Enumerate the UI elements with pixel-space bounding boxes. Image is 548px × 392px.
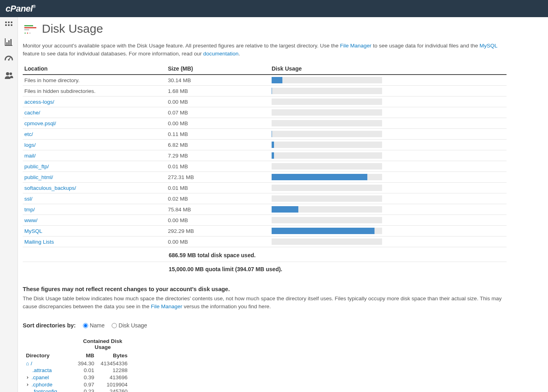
cell-bar xyxy=(270,140,507,150)
bar-fill xyxy=(272,206,298,213)
file-manager-link[interactable]: File Manager xyxy=(340,43,371,49)
mysql-link[interactable]: MySQL xyxy=(479,43,497,49)
location-link[interactable]: logs/ xyxy=(24,142,36,148)
topbar: cPanel® xyxy=(0,0,548,17)
bar-track xyxy=(272,163,382,169)
cell-location: www/ xyxy=(23,215,166,226)
cell-size: 0.01 MB xyxy=(166,183,270,193)
location-link[interactable]: MySQL xyxy=(24,228,42,234)
cell-size: 0.00 MB xyxy=(166,118,270,129)
svg-rect-0 xyxy=(5,22,7,23)
location-link[interactable]: cache/ xyxy=(24,110,40,116)
bar-track xyxy=(272,98,382,105)
summary-quota: 15,000.00 MB quota limit (394.07 MB used… xyxy=(23,262,507,276)
col-disk-usage: Disk Usage xyxy=(270,63,507,75)
cell-bar xyxy=(270,204,507,215)
cell-location: softaculous_backups/ xyxy=(23,183,166,193)
sort-disk-usage-radio[interactable] xyxy=(112,323,117,328)
cell-bar xyxy=(270,75,507,86)
col-size: Size (MB) xyxy=(166,63,270,75)
dir-bytes: 413454336 xyxy=(97,360,131,367)
dir-link[interactable]: .cphorde xyxy=(32,382,53,388)
cell-location: public_ftp/ xyxy=(23,161,166,172)
sidebar xyxy=(0,17,18,392)
table-row: mail/7.29 MB xyxy=(23,150,507,161)
svg-line-10 xyxy=(9,57,10,60)
location-link[interactable]: access-logs/ xyxy=(24,99,54,105)
svg-rect-8 xyxy=(10,39,12,45)
disk-usage-table: Location Size (MB) Disk Usage Files in h… xyxy=(23,63,507,247)
table-row: ssl/0.02 MB xyxy=(23,193,507,204)
dir-cell: ⌂ / xyxy=(23,360,75,367)
location-link[interactable]: tmp/ xyxy=(24,207,35,213)
bar-track xyxy=(272,131,382,137)
location-link[interactable]: Mailing Lists xyxy=(24,239,54,245)
cell-size: 0.00 MB xyxy=(166,97,270,107)
location-link[interactable]: www/ xyxy=(24,217,37,223)
bar-fill xyxy=(272,88,272,94)
table-row: tmp/75.84 MB xyxy=(23,204,507,215)
bar-track xyxy=(272,120,382,126)
bar-track xyxy=(272,109,382,116)
cell-location: Mailing Lists xyxy=(23,236,166,247)
dashboard-gauge-icon[interactable] xyxy=(4,54,14,63)
table-row: Mailing Lists0.00 MB xyxy=(23,236,507,247)
file-manager-link-2[interactable]: File Manager xyxy=(151,303,182,309)
bar-chart-icon[interactable] xyxy=(4,37,14,47)
cell-bar xyxy=(270,236,507,247)
location-link[interactable]: softaculous_backups/ xyxy=(24,185,76,191)
dir-bytes: 1019904 xyxy=(97,381,131,388)
svg-rect-6 xyxy=(6,42,8,45)
location-link[interactable]: mail/ xyxy=(24,153,36,159)
cell-size: 75.84 MB xyxy=(166,204,270,215)
cell-bar xyxy=(270,97,507,107)
bar-fill xyxy=(272,77,282,83)
dir-mb: 0.39 xyxy=(75,374,97,381)
documentation-link[interactable]: documentation xyxy=(203,51,239,57)
apps-grid-icon[interactable] xyxy=(4,20,14,30)
home-icon: ⌂ xyxy=(26,360,29,366)
svg-rect-5 xyxy=(11,24,12,26)
col-mb: MB xyxy=(75,352,97,360)
bar-track xyxy=(272,174,382,180)
location-link[interactable]: cpmove.psql/ xyxy=(24,120,56,126)
users-icon[interactable] xyxy=(4,71,14,80)
sort-label: Sort directories by: xyxy=(23,322,76,329)
sort-name-radio[interactable] xyxy=(83,323,88,328)
sort-disk-usage-option[interactable]: Disk Usage xyxy=(112,322,147,329)
table-row: MySQL292.29 MB xyxy=(23,226,507,236)
intro-text: Monitor your account's available space w… xyxy=(23,42,507,57)
dir-link[interactable]: .fontconfig xyxy=(32,388,57,392)
sort-name-option[interactable]: Name xyxy=(83,322,104,329)
dir-row: .fontconfig0.23245760 xyxy=(23,388,131,392)
caret-icon[interactable]: › xyxy=(26,381,29,388)
cell-size: 292.29 MB xyxy=(166,226,270,236)
svg-point-11 xyxy=(6,72,9,75)
location-link[interactable]: etc/ xyxy=(24,131,33,137)
location-link[interactable]: public_ftp/ xyxy=(24,163,49,169)
dir-bytes: 413696 xyxy=(97,374,131,381)
svg-rect-2 xyxy=(11,22,12,23)
bar-fill xyxy=(272,152,274,159)
svg-rect-13 xyxy=(24,25,33,26)
table-row: etc/0.11 MB xyxy=(23,129,507,140)
col-directory: Directory xyxy=(23,337,75,360)
table-row: cpmove.psql/0.00 MB xyxy=(23,118,507,129)
cpanel-logo[interactable]: cPanel® xyxy=(6,4,35,14)
dir-mb: 0.97 xyxy=(75,381,97,388)
cell-size: 7.29 MB xyxy=(166,150,270,161)
dir-link[interactable]: .attracta xyxy=(32,367,52,373)
page-title: Disk Usage xyxy=(42,22,103,35)
caret-icon[interactable]: › xyxy=(26,374,29,380)
dir-row: ⌂ /394.30413454336 xyxy=(23,360,131,367)
svg-rect-7 xyxy=(8,40,10,45)
bar-track xyxy=(272,88,382,94)
dir-row: .attracta0.0112288 xyxy=(23,367,131,374)
table-row: cache/0.07 MB xyxy=(23,107,507,118)
table-row: public_ftp/0.01 MB xyxy=(23,161,507,172)
location-link[interactable]: ssl/ xyxy=(24,196,32,202)
dir-link[interactable]: / xyxy=(31,360,32,366)
dir-link[interactable]: .cpanel xyxy=(32,374,49,380)
cell-size: 0.00 MB xyxy=(166,236,270,247)
location-link[interactable]: public_html/ xyxy=(24,174,53,180)
